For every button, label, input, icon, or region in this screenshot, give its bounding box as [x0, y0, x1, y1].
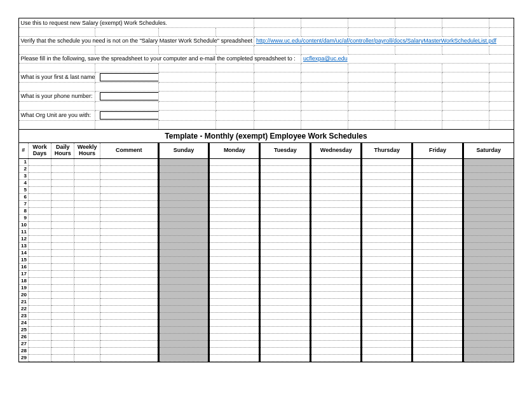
cell[interactable]: [51, 165, 74, 172]
cell-sat[interactable]: [463, 319, 514, 326]
cell-fri[interactable]: [413, 214, 463, 221]
cell[interactable]: [28, 305, 51, 312]
cell[interactable]: [28, 340, 51, 347]
cell[interactable]: [51, 263, 74, 270]
cell-thu[interactable]: [362, 186, 413, 193]
cell-mon[interactable]: [209, 326, 260, 333]
cell[interactable]: [28, 179, 51, 186]
cell-sat[interactable]: [463, 242, 514, 249]
cell[interactable]: [51, 221, 74, 228]
cell[interactable]: [28, 284, 51, 291]
cell-sun[interactable]: [158, 340, 209, 347]
cell[interactable]: [100, 340, 158, 347]
cell[interactable]: [28, 333, 51, 340]
cell[interactable]: [74, 291, 100, 298]
cell[interactable]: [28, 200, 51, 207]
cell-fri[interactable]: [413, 249, 463, 256]
cell[interactable]: [51, 312, 74, 319]
cell-fri[interactable]: [413, 270, 463, 277]
cell-wed[interactable]: [311, 333, 362, 340]
cell-mon[interactable]: [209, 228, 260, 235]
cell-sat[interactable]: [463, 179, 514, 186]
cell-thu[interactable]: [362, 270, 413, 277]
cell[interactable]: [74, 340, 100, 347]
cell-wed[interactable]: [311, 319, 362, 326]
cell-sun[interactable]: [158, 305, 209, 312]
cell-tue[interactable]: [260, 347, 311, 354]
cell-sun[interactable]: [158, 200, 209, 207]
cell-wed[interactable]: [311, 312, 362, 319]
cell[interactable]: [51, 347, 74, 354]
cell[interactable]: [100, 298, 158, 305]
cell[interactable]: [28, 270, 51, 277]
cell-wed[interactable]: [311, 298, 362, 305]
cell-sun[interactable]: [158, 312, 209, 319]
cell[interactable]: [51, 354, 74, 361]
cell-thu[interactable]: [362, 284, 413, 291]
cell[interactable]: [28, 312, 51, 319]
cell-wed[interactable]: [311, 249, 362, 256]
cell[interactable]: [28, 186, 51, 193]
cell-tue[interactable]: [260, 319, 311, 326]
cell-sun[interactable]: [158, 228, 209, 235]
cell-tue[interactable]: [260, 291, 311, 298]
cell-sat[interactable]: [463, 263, 514, 270]
cell[interactable]: [100, 186, 158, 193]
cell[interactable]: [100, 270, 158, 277]
cell[interactable]: [51, 158, 74, 165]
cell-tue[interactable]: [260, 186, 311, 193]
cell-thu[interactable]: [362, 319, 413, 326]
cell[interactable]: [74, 249, 100, 256]
cell-tue[interactable]: [260, 354, 311, 361]
cell-sun[interactable]: [158, 158, 209, 165]
verify-link[interactable]: http://www.uc.edu/content/dam/uc/af/cont…: [256, 38, 496, 44]
cell[interactable]: [28, 263, 51, 270]
cell-thu[interactable]: [362, 172, 413, 179]
cell-fri[interactable]: [413, 228, 463, 235]
cell[interactable]: [74, 179, 100, 186]
cell[interactable]: [28, 207, 51, 214]
cell-fri[interactable]: [413, 347, 463, 354]
cell-sat[interactable]: [463, 305, 514, 312]
cell-thu[interactable]: [362, 263, 413, 270]
cell-sun[interactable]: [158, 284, 209, 291]
cell-sat[interactable]: [463, 298, 514, 305]
cell[interactable]: [74, 263, 100, 270]
fill-email[interactable]: ucflexpa@uc.edu: [303, 55, 348, 62]
cell[interactable]: [51, 305, 74, 312]
cell-sat[interactable]: [463, 333, 514, 340]
cell-tue[interactable]: [260, 221, 311, 228]
cell[interactable]: [100, 291, 158, 298]
cell-sat[interactable]: [463, 186, 514, 193]
cell-mon[interactable]: [209, 305, 260, 312]
cell-tue[interactable]: [260, 333, 311, 340]
cell-mon[interactable]: [209, 354, 260, 361]
cell-thu[interactable]: [362, 347, 413, 354]
cell-wed[interactable]: [311, 158, 362, 165]
cell-thu[interactable]: [362, 228, 413, 235]
cell-mon[interactable]: [209, 165, 260, 172]
cell-fri[interactable]: [413, 312, 463, 319]
cell[interactable]: [51, 207, 74, 214]
cell-fri[interactable]: [413, 354, 463, 361]
cell[interactable]: [74, 333, 100, 340]
cell-sun[interactable]: [158, 249, 209, 256]
cell-sun[interactable]: [158, 186, 209, 193]
cell-mon[interactable]: [209, 284, 260, 291]
cell[interactable]: [28, 256, 51, 263]
cell-sat[interactable]: [463, 172, 514, 179]
cell-sat[interactable]: [463, 221, 514, 228]
cell[interactable]: [51, 298, 74, 305]
cell-fri[interactable]: [413, 319, 463, 326]
cell-mon[interactable]: [209, 333, 260, 340]
cell[interactable]: [51, 284, 74, 291]
cell[interactable]: [74, 193, 100, 200]
cell-thu[interactable]: [362, 249, 413, 256]
cell-sun[interactable]: [158, 291, 209, 298]
cell-sun[interactable]: [158, 326, 209, 333]
cell-wed[interactable]: [311, 277, 362, 284]
cell-wed[interactable]: [311, 235, 362, 242]
cell-tue[interactable]: [260, 200, 311, 207]
cell-sun[interactable]: [158, 179, 209, 186]
cell-sun[interactable]: [158, 277, 209, 284]
